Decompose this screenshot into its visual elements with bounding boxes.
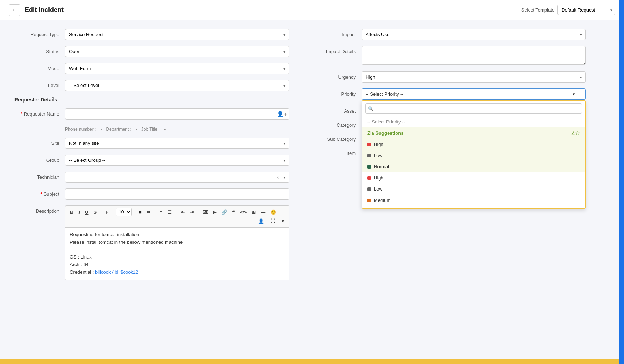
- toolbar-sep-5: [176, 209, 176, 215]
- zia-low-color-dot: [367, 154, 371, 157]
- strikethrough-button[interactable]: S: [91, 208, 98, 216]
- requester-meta-row: Phone number : - Department : - Job Titl…: [14, 125, 289, 132]
- technician-clear-button[interactable]: ×: [276, 174, 279, 180]
- phone-label: Phone number :: [65, 127, 96, 132]
- all-item-normal[interactable]: Normal: [362, 206, 585, 209]
- impact-select-wrapper: Affects User: [362, 29, 586, 40]
- impact-details-label: Impact Details: [311, 46, 362, 54]
- request-type-select[interactable]: Service Request: [65, 29, 289, 40]
- group-row: Group -- Select Group --: [14, 155, 289, 166]
- impact-details-textarea[interactable]: [362, 46, 586, 65]
- font-size-select[interactable]: 10: [116, 208, 132, 216]
- department-value: -: [136, 127, 137, 132]
- urgency-select-wrapper: High: [362, 72, 586, 83]
- site-select-wrapper: Not in any site: [65, 138, 289, 149]
- add-user-button[interactable]: 👤+: [277, 111, 287, 117]
- status-select[interactable]: Open: [65, 46, 289, 57]
- urgency-row: Urgency High: [311, 72, 586, 83]
- link-button[interactable]: 🔗: [219, 208, 229, 216]
- more-button[interactable]: ▾: [280, 217, 286, 225]
- group-select[interactable]: -- Select Group --: [65, 155, 289, 166]
- all-medium-label: Medium: [374, 198, 390, 203]
- priority-chevron-icon: ▾: [573, 91, 575, 97]
- mention-button[interactable]: 👤: [256, 217, 266, 225]
- group-label: Group: [14, 155, 65, 163]
- priority-select-trigger[interactable]: -- Select Priority -- ▾: [362, 88, 586, 100]
- toolbar-sep-4: [155, 209, 155, 215]
- underline-button[interactable]: U: [83, 208, 90, 216]
- level-select[interactable]: -- Select Level --: [65, 80, 289, 91]
- video-button[interactable]: ▶: [211, 208, 218, 216]
- table-button[interactable]: ⊞: [250, 208, 257, 216]
- description-wrapper: B I U S F 10 ■ ✏ ≡: [65, 205, 289, 280]
- priority-search-input[interactable]: [365, 103, 582, 114]
- italic-button[interactable]: I: [77, 208, 82, 216]
- requester-name-input[interactable]: Bill Cook: [65, 108, 289, 120]
- template-select[interactable]: Default Request: [557, 5, 615, 15]
- zia-suggestions-label: Zia Suggestions: [367, 130, 403, 136]
- font-color-button[interactable]: F: [104, 208, 110, 216]
- technician-label: Technician: [14, 172, 65, 180]
- urgency-label: Urgency: [311, 72, 362, 80]
- indent-left-button[interactable]: ⇤: [179, 208, 187, 216]
- all-low-label: Low: [374, 186, 382, 192]
- pencil-button[interactable]: ✏: [145, 208, 153, 216]
- request-type-select-wrapper: Service Request: [65, 29, 289, 40]
- impact-row: Impact Affects User: [311, 29, 586, 40]
- site-label: Site: [14, 138, 65, 146]
- description-line1: Requesting for tomcat installation: [70, 231, 285, 239]
- credential-link[interactable]: billcook / bill$cook12: [95, 269, 138, 275]
- color-block-button[interactable]: ■: [137, 208, 144, 216]
- jobtitle-value: -: [164, 127, 166, 132]
- impact-details-row: Impact Details: [311, 46, 586, 66]
- zia-item-high[interactable]: High: [362, 139, 585, 150]
- toolbar-sep-6: [198, 209, 198, 215]
- align-button[interactable]: ≡: [158, 208, 164, 216]
- all-high-label: High: [374, 175, 384, 181]
- subject-label: Subject: [14, 188, 65, 197]
- toolbar-sep-3: [134, 209, 134, 215]
- technician-input[interactable]: Bill Cook: [65, 172, 289, 183]
- code-button[interactable]: </>: [238, 208, 248, 216]
- indent-right-button[interactable]: ⇥: [188, 208, 196, 216]
- description-line5: Arch : 64: [70, 261, 285, 269]
- emoji-button[interactable]: 😊: [269, 208, 278, 216]
- site-select[interactable]: Not in any site: [65, 138, 289, 149]
- mode-row: Mode Web Form: [14, 63, 289, 74]
- category-label: Category: [311, 120, 362, 128]
- editor-toolbar: B I U S F 10 ■ ✏ ≡: [65, 205, 289, 227]
- level-label: Level: [14, 80, 65, 88]
- zia-high-color-dot: [367, 143, 371, 146]
- zia-item-low[interactable]: Low: [362, 150, 585, 161]
- site-row: Site Not in any site: [14, 138, 289, 149]
- all-low-color-dot: [367, 187, 371, 191]
- header-left: ← Edit Incident: [9, 4, 64, 16]
- impact-select[interactable]: Affects User: [362, 29, 586, 40]
- hr-button[interactable]: —: [259, 208, 267, 216]
- all-item-medium[interactable]: Medium: [362, 195, 585, 206]
- description-editor[interactable]: Requesting for tomcat installation Pleas…: [65, 227, 289, 280]
- requester-section-title: Requester Details: [14, 97, 289, 103]
- all-high-color-dot: [367, 176, 371, 180]
- list-button[interactable]: ☰: [166, 208, 174, 216]
- priority-search-wrapper: 🔍: [362, 101, 585, 116]
- zia-icon: Z☆: [571, 130, 580, 136]
- editor-toolbar-right: 👤 ⛶ ▾: [256, 217, 286, 225]
- all-item-high[interactable]: High: [362, 172, 585, 183]
- status-select-wrapper: Open: [65, 46, 289, 57]
- priority-dropdown-placeholder[interactable]: -- Select Priority --: [362, 116, 585, 127]
- image-button[interactable]: 🖼: [201, 208, 209, 216]
- expand-button[interactable]: ⛶: [269, 217, 277, 225]
- bold-button[interactable]: B: [68, 208, 75, 216]
- impact-label: Impact: [311, 29, 362, 37]
- urgency-select[interactable]: High: [362, 72, 586, 83]
- zia-low-label: Low: [374, 153, 382, 158]
- mode-select[interactable]: Web Form: [65, 63, 289, 74]
- back-button[interactable]: ←: [9, 4, 20, 16]
- all-item-low[interactable]: Low: [362, 183, 585, 195]
- subject-input[interactable]: Tomcat crashed please reinstall: [65, 188, 289, 200]
- quote-button[interactable]: ❝: [230, 208, 236, 216]
- group-select-wrapper: -- Select Group --: [65, 155, 289, 166]
- zia-item-normal[interactable]: Normal: [362, 161, 585, 172]
- requester-name-row: Requester Name Bill Cook 👤+: [14, 108, 289, 120]
